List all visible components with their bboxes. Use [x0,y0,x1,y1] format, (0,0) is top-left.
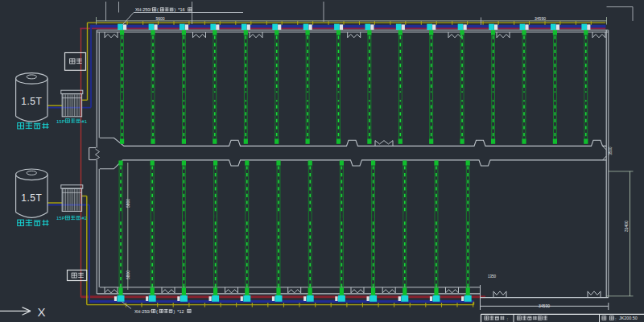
svg-text:15P: 15P [56,216,65,221]
svg-text:#1: #1 [81,119,87,124]
svg-text:*16: *16 [178,7,184,12]
svg-text:X: X [38,305,46,319]
svg-text:XH-250/: XH-250/ [134,309,151,314]
svg-text:34590: 34590 [535,16,546,21]
svg-text:JK200.50: JK200.50 [619,316,638,320]
svg-text:5800: 5800 [126,270,130,279]
svg-text:15P: 15P [56,119,65,124]
svg-text:5600: 5600 [155,16,164,21]
svg-text:#2: #2 [81,216,87,221]
svg-text:1.5T: 1.5T [21,192,42,204]
svg-text:5800: 5800 [126,199,130,208]
svg-text:): ) [174,309,175,314]
svg-text:XH-250/: XH-250/ [135,7,151,12]
svg-text:34590: 34590 [539,303,550,308]
svg-text:31400: 31400 [624,221,629,232]
svg-text:(: ( [156,309,158,314]
svg-text:(: ( [157,7,159,12]
svg-text:1350: 1350 [488,275,497,279]
svg-text:): ) [175,7,176,12]
svg-text:3500: 3500 [609,147,613,155]
svg-text:1.5T: 1.5T [21,96,42,107]
svg-text:*12: *12 [177,309,184,314]
